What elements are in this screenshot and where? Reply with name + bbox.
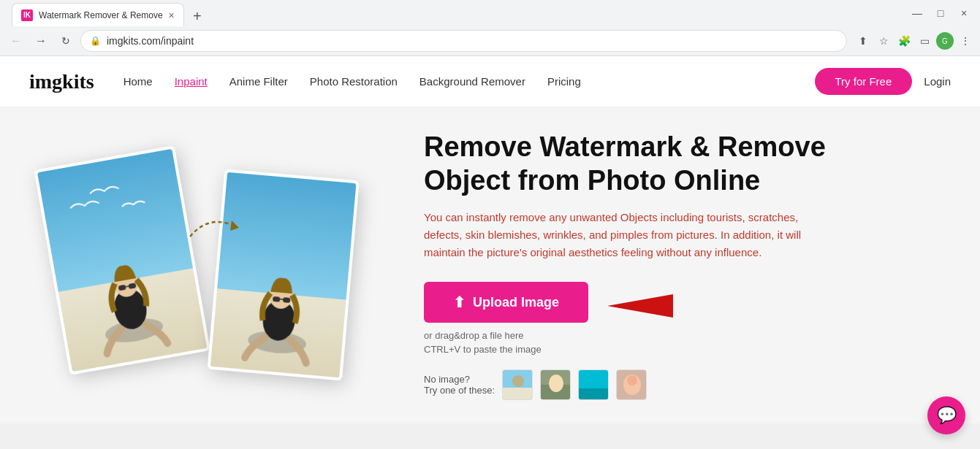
drop-hint: or drag&drop a file here	[424, 330, 936, 341]
page-content: imgkits Home Inpaint Anime Filter Photo …	[0, 56, 980, 423]
new-tab-button[interactable]: +	[187, 6, 208, 26]
svg-point-22	[512, 375, 524, 387]
svg-marker-19	[607, 294, 673, 318]
tab-favicon: IK	[21, 9, 33, 21]
nav-anime-filter[interactable]: Anime Filter	[229, 75, 288, 88]
hero-section: Remove Watermark & Remove Object from Ph…	[0, 107, 980, 423]
browser-menu: ⬆ ☆ 🧩 ▭ G ⋮	[854, 32, 974, 50]
upload-icon: ⬆	[453, 293, 466, 311]
left-photo	[34, 145, 210, 377]
nav-home[interactable]: Home	[124, 75, 153, 88]
chat-bubble[interactable]: 💬	[927, 396, 965, 434]
svg-rect-27	[579, 388, 609, 400]
lock-icon: 🔒	[90, 36, 101, 46]
hero-title: Remove Watermark & Remove Object from Ph…	[424, 131, 936, 197]
extensions-icon[interactable]: 🧩	[895, 32, 913, 50]
window-controls: — □ ×	[907, 3, 974, 23]
sample-image-4[interactable]	[616, 369, 647, 400]
no-image-text: No image? Try one of these:	[424, 374, 495, 396]
refresh-button[interactable]: ↻	[56, 31, 76, 51]
try-free-button[interactable]: Try for Free	[815, 68, 913, 95]
svg-point-25	[549, 375, 563, 392]
sample-image-3[interactable]	[578, 369, 609, 400]
share-icon[interactable]: ⬆	[854, 32, 872, 50]
nav-inpaint[interactable]: Inpaint	[175, 75, 208, 88]
tab-bar: IK Watermark Remover & Remove × +	[6, 0, 213, 26]
tab-close-btn[interactable]: ×	[169, 9, 175, 21]
sample-image-2[interactable]	[540, 369, 571, 400]
menu-dots-icon[interactable]: ⋮	[957, 32, 974, 50]
forward-button[interactable]: →	[31, 31, 51, 51]
svg-rect-21	[503, 388, 533, 400]
url-bar[interactable]: 🔒 imgkits.com/inpaint	[80, 30, 847, 52]
red-arrow-icon	[607, 293, 673, 319]
active-tab[interactable]: IK Watermark Remover & Remove ×	[12, 3, 184, 26]
upload-label: Upload Image	[473, 295, 559, 310]
profile-avatar[interactable]: G	[936, 32, 954, 50]
bookmark-icon[interactable]: ☆	[875, 32, 892, 50]
transition-arrow	[186, 207, 245, 254]
sample-image-1[interactable]	[502, 369, 533, 400]
maximize-button[interactable]: □	[930, 3, 951, 23]
login-link[interactable]: Login	[924, 75, 951, 88]
right-photo	[207, 169, 360, 383]
close-button[interactable]: ×	[954, 3, 974, 23]
tab-title: Watermark Remover & Remove	[39, 10, 163, 20]
nav-background-remover[interactable]: Background Remover	[419, 75, 525, 88]
nav-pricing[interactable]: Pricing	[547, 75, 581, 88]
logo[interactable]: imgkits	[29, 70, 94, 93]
hero-images	[29, 127, 395, 404]
nav-links: Home Inpaint Anime Filter Photo Restorat…	[124, 75, 815, 88]
navbar: imgkits Home Inpaint Anime Filter Photo …	[0, 56, 980, 107]
hero-description: You can instantly remove any unwanted Ob…	[424, 209, 826, 261]
hero-content: Remove Watermark & Remove Object from Ph…	[395, 131, 936, 400]
back-button[interactable]: ←	[6, 31, 26, 51]
nav-right: Try for Free Login	[815, 68, 951, 95]
address-bar: ← → ↻ 🔒 imgkits.com/inpaint ⬆ ☆ 🧩 ▭ G ⋮	[0, 26, 980, 55]
url-text: imgkits.com/inpaint	[107, 35, 837, 47]
browser-chrome: IK Watermark Remover & Remove × + — □ × …	[0, 0, 980, 56]
paste-hint: CTRL+V to paste the image	[424, 344, 936, 355]
svg-point-30	[627, 375, 637, 385]
nav-photo-restoration[interactable]: Photo Restoration	[310, 75, 398, 88]
upload-area: ⬆ Upload Image	[424, 282, 936, 330]
svg-marker-9	[230, 220, 239, 231]
upload-image-button[interactable]: ⬆ Upload Image	[424, 282, 588, 323]
samples-row: No image? Try one of these:	[424, 369, 936, 400]
chat-icon: 💬	[937, 406, 957, 425]
sidebar-icon[interactable]: ▭	[916, 32, 933, 50]
minimize-button[interactable]: —	[907, 3, 927, 23]
title-bar: IK Watermark Remover & Remove × + — □ ×	[0, 0, 980, 26]
